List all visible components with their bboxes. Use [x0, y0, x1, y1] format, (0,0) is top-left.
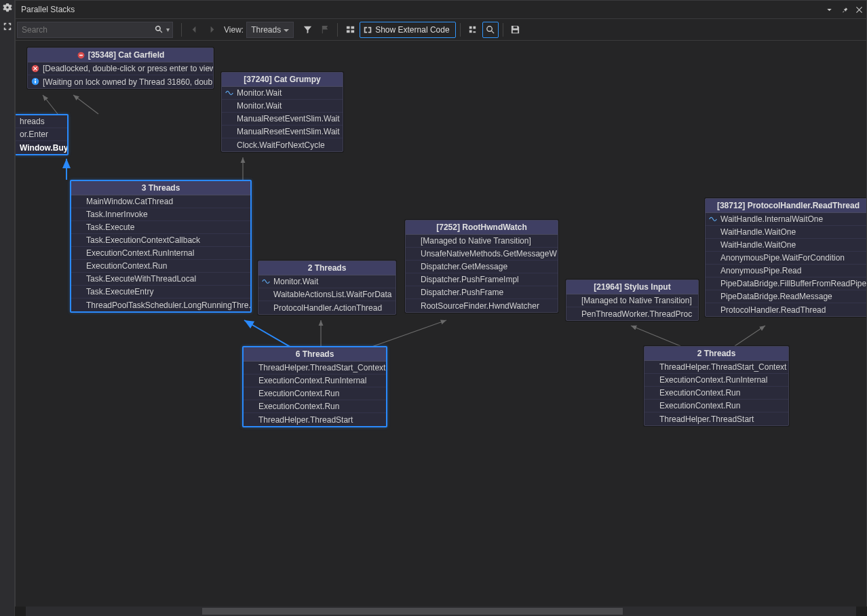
- thread-icon: [708, 214, 718, 224]
- stack-node-2threads-b[interactable]: 2 Threads ThreadHelper.ThreadStart_Conte…: [644, 346, 789, 426]
- stack-frame[interactable]: ExecutionContext.RunInternal: [244, 374, 386, 387]
- nav-back-button[interactable]: [186, 22, 202, 38]
- horizontal-scrollbar[interactable]: [26, 607, 856, 616]
- stack-frame[interactable]: [Managed to Native Transition]: [566, 294, 698, 307]
- stack-frame[interactable]: ThreadHelper.ThreadStart: [244, 413, 386, 426]
- stack-node-garfield[interactable]: [35348] Cat Garfield [Deadlocked, double…: [27, 47, 214, 89]
- stack-frame[interactable]: ExecutionContext.Run: [71, 260, 250, 273]
- stack-frame[interactable]: UnsafeNativeMethods.GetMessageW: [406, 248, 558, 261]
- gear-icon[interactable]: [3, 3, 12, 12]
- window-title: Parallel Stacks: [16, 5, 822, 14]
- stacks-canvas[interactable]: hreads or.Enter Window.Buy [35348] Cat G…: [15, 41, 867, 607]
- stack-frame[interactable]: ExecutionContext.Run: [244, 400, 386, 413]
- stack-frame[interactable]: Monitor.Wait: [222, 100, 343, 113]
- stack-node-protocol[interactable]: [38712] ProtocolHandler.ReadThread WaitH…: [705, 198, 867, 317]
- stack-frame[interactable]: PenThreadWorker.ThreadProc: [566, 307, 698, 320]
- stack-frame[interactable]: Task.ExecuteEntry: [71, 286, 250, 299]
- stack-frame[interactable]: WaitHandle.WaitOne: [706, 226, 867, 239]
- stack-node-2threads-a[interactable]: 2 Threads Monitor.Wait WaitableActionsLi…: [258, 261, 396, 315]
- stack-node-3threads[interactable]: 3 Threads MainWindow.CatThread Task.Inne…: [70, 180, 252, 313]
- stack-node-stylus[interactable]: [21964] Stylus Input [Managed to Native …: [566, 280, 699, 321]
- thread-icon: [225, 88, 234, 98]
- stack-frame[interactable]: Clock.WaitForNextCycle: [222, 138, 343, 151]
- nav-forward-button[interactable]: [204, 22, 220, 38]
- search-dropdown-icon[interactable]: ▾: [166, 26, 172, 33]
- stack-node-6threads[interactable]: 6 Threads ThreadHelper.ThreadStart_Conte…: [242, 346, 387, 427]
- stack-frame[interactable]: Monitor.Wait: [258, 275, 396, 288]
- node-header[interactable]: [35348] Cat Garfield: [28, 48, 213, 62]
- stack-frame[interactable]: ExecutionContext.Run: [644, 387, 788, 400]
- expand-icon[interactable]: [3, 22, 12, 31]
- stack-frame[interactable]: ThreadHelper.ThreadStart_Context: [244, 362, 386, 374]
- toggle-method-view-button[interactable]: [342, 22, 358, 38]
- view-dropdown[interactable]: Threads: [246, 22, 294, 38]
- show-external-code-toggle[interactable]: Show External Code: [360, 22, 455, 38]
- search-input[interactable]: [18, 25, 151, 35]
- scrollbar-thumb[interactable]: [202, 608, 623, 615]
- node-header[interactable]: 2 Threads: [258, 261, 396, 275]
- stack-frame[interactable]: Window.Buy: [16, 141, 67, 154]
- stack-node-grumpy[interactable]: [37240] Cat Grumpy Monitor.Wait Monitor.…: [221, 72, 343, 152]
- close-button[interactable]: [851, 2, 866, 17]
- stack-frame[interactable]: ExecutionContext.Run: [644, 400, 788, 412]
- stack-frame[interactable]: WaitableActionsList.WaitForData: [258, 288, 396, 301]
- stack-frame[interactable]: PipeDataBridge.ReadMessage: [706, 290, 867, 303]
- svg-line-1: [43, 95, 58, 114]
- save-button[interactable]: [507, 22, 524, 38]
- svg-rect-11: [79, 54, 83, 56]
- node-header[interactable]: [7252] RootHwndWatch: [406, 220, 558, 235]
- stack-frame[interactable]: Dispatcher.GetMessage: [406, 261, 558, 273]
- view-label: View:: [224, 25, 244, 35]
- stack-frame[interactable]: Monitor.Wait: [222, 87, 343, 100]
- stack-frame[interactable]: ThreadPoolTaskScheduler.LongRunningThre.…: [71, 299, 250, 311]
- svg-rect-15: [35, 79, 36, 81]
- pin-button[interactable]: [836, 2, 851, 17]
- auto-layout-button[interactable]: [465, 22, 481, 38]
- stack-frame[interactable]: RootSourceFinder.HwndWatcher: [406, 299, 558, 312]
- node-header[interactable]: 6 Threads: [244, 347, 386, 362]
- stop-icon: [77, 51, 85, 60]
- stack-frame[interactable]: WaitHandle.WaitOne: [706, 239, 867, 252]
- stack-frame[interactable]: Dispatcher.PushFrameImpl: [406, 273, 558, 286]
- node-header[interactable]: [21964] Stylus Input: [566, 280, 698, 294]
- stack-frame[interactable]: MainWindow.CatThread: [71, 195, 250, 208]
- stack-frame[interactable]: ExecutionContext.Run: [244, 387, 386, 400]
- stack-frame[interactable]: Task.ExecutionContextCallback: [71, 234, 250, 247]
- stack-frame[interactable]: ManualResetEventSlim.Wait: [222, 113, 343, 126]
- stack-frame[interactable]: AnonymousPipe.WaitForCondition: [706, 252, 867, 265]
- flag-button[interactable]: [317, 22, 333, 38]
- stack-frame[interactable]: ThreadHelper.ThreadStart_Context: [644, 361, 788, 374]
- stack-frame[interactable]: PipeDataBridge.FillBufferFromReadPipe: [706, 277, 867, 290]
- stack-frame[interactable]: ExecutionContext.RunInternal: [71, 247, 250, 260]
- stack-frame[interactable]: [Waiting on lock owned by Thread 31860, …: [28, 75, 213, 88]
- stack-frame[interactable]: Dispatcher.PushFrame: [406, 286, 558, 299]
- stack-node-roothwnd[interactable]: [7252] RootHwndWatch [Managed to Native …: [405, 220, 558, 313]
- node-header[interactable]: 2 Threads: [644, 347, 788, 361]
- stack-frame[interactable]: ThreadHelper.ThreadStart: [644, 412, 788, 425]
- stack-frame[interactable]: ManualResetEventSlim.Wait: [222, 126, 343, 138]
- stack-frame[interactable]: Task.ExecuteWithThreadLocal: [71, 273, 250, 286]
- window-dropdown-button[interactable]: [822, 2, 836, 17]
- stack-frame[interactable]: Task.InnerInvoke: [71, 208, 250, 221]
- svg-line-9: [735, 326, 765, 346]
- stack-frame[interactable]: ProtocolHandler.ReadThread: [706, 303, 867, 316]
- svg-point-0: [487, 26, 493, 32]
- node-header[interactable]: 3 Threads: [71, 181, 250, 195]
- stack-frame[interactable]: WaitHandle.InternalWaitOne: [706, 213, 867, 226]
- node-header[interactable]: [38712] ProtocolHandler.ReadThread: [706, 199, 867, 213]
- search-box[interactable]: ▾: [17, 22, 173, 38]
- filter-button[interactable]: [299, 22, 315, 38]
- stack-frame[interactable]: Task.Execute: [71, 221, 250, 234]
- stack-frame[interactable]: [Managed to Native Transition]: [406, 235, 558, 248]
- stack-frame[interactable]: AnonymousPipe.Read: [706, 265, 867, 277]
- zoom-to-fit-button[interactable]: [482, 22, 499, 38]
- stack-frame[interactable]: hreads: [16, 115, 67, 128]
- stack-frame[interactable]: ProtocolHandler.ActionThread: [258, 301, 396, 314]
- search-icon[interactable]: [151, 25, 166, 34]
- stack-node-partial[interactable]: hreads or.Enter Window.Buy: [15, 114, 69, 155]
- stack-frame[interactable]: ExecutionContext.RunInternal: [644, 374, 788, 387]
- stack-frame[interactable]: [Deadlocked, double-click or press enter…: [28, 62, 213, 75]
- stack-frame[interactable]: or.Enter: [16, 128, 67, 141]
- thread-icon: [261, 277, 271, 286]
- node-header[interactable]: [37240] Cat Grumpy: [222, 73, 343, 87]
